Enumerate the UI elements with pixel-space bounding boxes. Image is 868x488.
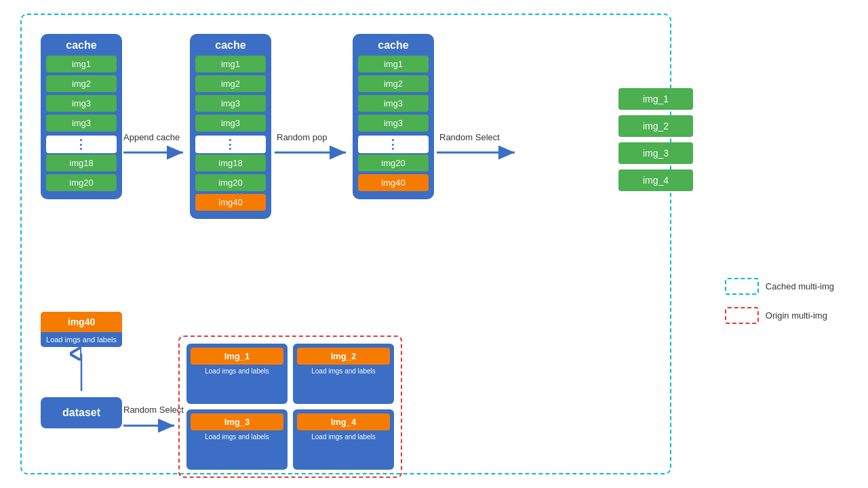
- random-select-top-label: Random Select: [439, 132, 500, 142]
- output-img4: img_4: [618, 169, 693, 191]
- cache2-img3a: img3: [195, 95, 266, 112]
- arrow-dataset-origin: [123, 415, 184, 436]
- cache3-dots: ⋮: [358, 136, 429, 153]
- cache-col-1: cache img1 img2 img3 img3 ⋮ img18 img20: [41, 34, 122, 199]
- cache1-img3b: img3: [46, 115, 117, 131]
- origin-img3-title: Img_3: [191, 413, 283, 430]
- cache2-img2: img2: [195, 75, 266, 92]
- cache2-dots: ⋮: [195, 136, 266, 153]
- origin-img4-title: Img_4: [297, 413, 390, 430]
- output-img1: img_1: [618, 88, 693, 110]
- arrow-random-pop: [275, 142, 356, 163]
- output-col: img_1 img_2 img_3 img_4: [618, 88, 693, 191]
- legend-cached: Cached multi-img: [725, 278, 834, 295]
- img40-title: img40: [41, 312, 122, 332]
- dataset-box: dataset: [41, 397, 122, 428]
- output-img2: img_2: [618, 115, 693, 137]
- legend-cyan-box: [725, 278, 759, 295]
- origin-multiimg-box: Img_1 Load imgs and labels Img_2 Load im…: [178, 336, 402, 478]
- cache2-img40: img40: [195, 194, 266, 211]
- origin-img4-label: Load imgs and labels: [311, 433, 376, 441]
- origin-item-img4: Img_4 Load imgs and labels: [293, 409, 394, 470]
- random-select-bottom-label: Random Select: [123, 405, 184, 415]
- cache2-img3b: img3: [195, 115, 266, 131]
- cache1-title: cache: [66, 39, 96, 52]
- cache3-title: cache: [378, 39, 408, 52]
- up-arrow-dataset: [78, 350, 92, 394]
- legend-cached-label: Cached multi-img: [766, 281, 834, 291]
- cache3-img1: img1: [358, 56, 429, 73]
- cache3-img20: img20: [358, 155, 429, 171]
- random-pop-label: Random pop: [277, 132, 327, 142]
- append-cache-label: Append cache: [123, 132, 180, 142]
- cache3-img3b: img3: [358, 115, 429, 131]
- cache1-img3a: img3: [46, 95, 117, 112]
- img40-block: img40 Load imgs and labels: [41, 312, 122, 347]
- cache1-img18: img18: [46, 155, 117, 171]
- origin-img2-label: Load imgs and labels: [311, 367, 376, 375]
- origin-item-img3: Img_3 Load imgs and labels: [186, 409, 288, 470]
- arrow-random-select: [437, 142, 525, 163]
- cache-col-3: cache img1 img2 img3 img3 ⋮ img20 img40: [353, 34, 434, 199]
- legend-red-box: [725, 307, 759, 324]
- origin-img3-label: Load imgs and labels: [205, 433, 269, 441]
- arrow-append-cache: [123, 142, 191, 163]
- origin-img1-label: Load imgs and labels: [205, 367, 269, 375]
- origin-img1-title: Img_1: [191, 348, 283, 365]
- cache2-title: cache: [215, 39, 245, 52]
- cache2-img18: img18: [195, 155, 266, 171]
- legend-origin-label: Origin multi-img: [766, 310, 827, 321]
- cache2-img1: img1: [195, 56, 266, 73]
- output-img3: img_3: [618, 142, 693, 164]
- cache3-img3a: img3: [358, 95, 429, 112]
- legend: Cached multi-img Origin multi-img: [725, 278, 834, 324]
- origin-item-img2: Img_2 Load imgs and labels: [293, 344, 394, 404]
- cache1-img20: img20: [46, 174, 117, 191]
- cache1-img2: img2: [46, 75, 117, 92]
- cache2-img20: img20: [195, 174, 266, 191]
- img40-label: Load imgs and labels: [41, 332, 122, 347]
- cache3-img2: img2: [358, 75, 429, 92]
- legend-origin: Origin multi-img: [725, 307, 834, 324]
- cache1-img1: img1: [46, 56, 117, 73]
- cache1-dots: ⋮: [46, 136, 117, 153]
- origin-item-img1: Img_1 Load imgs and labels: [186, 344, 288, 404]
- origin-img2-title: Img_2: [297, 348, 390, 365]
- diagram-container: cache img1 img2 img3 img3 ⋮ img18 img20 …: [20, 14, 848, 474]
- cache3-img40: img40: [358, 174, 429, 191]
- cache-col-2: cache img1 img2 img3 img3 ⋮ img18 img20 …: [190, 34, 271, 219]
